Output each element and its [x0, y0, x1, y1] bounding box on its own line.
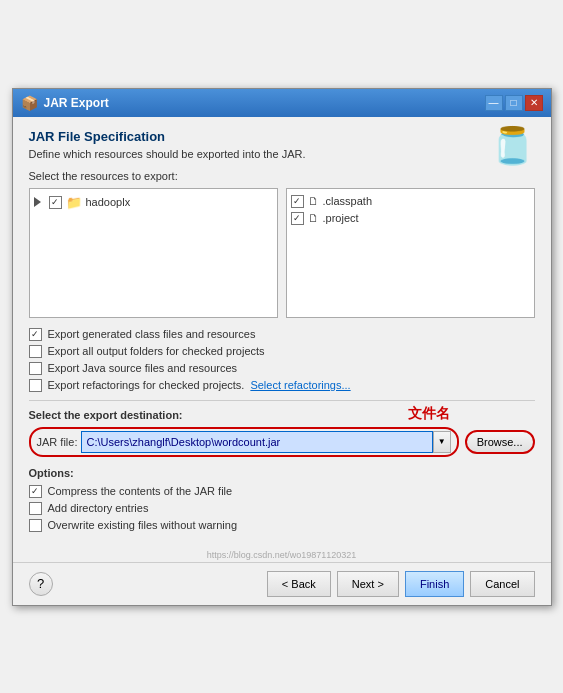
title-bar: 📦 JAR Export — □ ✕ [13, 89, 551, 117]
project-label: .project [323, 212, 359, 224]
export-option-2-row: Export Java source files and resources [29, 362, 535, 375]
option-2-checkbox[interactable] [29, 519, 42, 532]
project-checkbox[interactable] [291, 212, 304, 225]
tree-box[interactable]: 📁 hadooplx [29, 188, 278, 318]
export-option-0-label: Export generated class files and resourc… [48, 328, 256, 340]
jar-file-section: 文件名 JAR file: ▼ Browse... [29, 427, 535, 457]
project-file-icon: 🗋 [308, 212, 319, 224]
footer: ? < Back Next > Finish Cancel [13, 562, 551, 605]
finish-button[interactable]: Finish [405, 571, 464, 597]
file-item-project[interactable]: 🗋 .project [291, 210, 530, 227]
file-list-box[interactable]: 🗋 .classpath 🗋 .project [286, 188, 535, 318]
export-option-1-checkbox[interactable] [29, 345, 42, 358]
option-2-row: Overwrite existing files without warning [29, 519, 535, 532]
window-title: JAR Export [44, 96, 109, 110]
classpath-checkbox[interactable] [291, 195, 304, 208]
tree-item-hadooplx[interactable]: 📁 hadooplx [34, 193, 273, 212]
destination-label: Select the export destination: [29, 409, 535, 421]
export-option-2-label: Export Java source files and resources [48, 362, 238, 374]
section-description: Define which resources should be exporte… [29, 148, 535, 160]
back-button[interactable]: < Back [267, 571, 331, 597]
jar-file-label: JAR file: [37, 436, 78, 448]
window-icon: 📦 [21, 95, 38, 111]
title-bar-left: 📦 JAR Export [21, 95, 109, 111]
minimize-button[interactable]: — [485, 95, 503, 111]
content-area: 🫙 JAR File Specification Define which re… [13, 117, 551, 548]
folder-icon: 📁 [66, 195, 82, 210]
export-option-3-checkbox[interactable] [29, 379, 42, 392]
export-options-section: Export generated class files and resourc… [29, 328, 535, 392]
section-title: JAR File Specification [29, 129, 535, 144]
close-button[interactable]: ✕ [525, 95, 543, 111]
jar-file-dropdown[interactable]: ▼ [433, 431, 451, 453]
export-option-3-label: Export refactorings for checked projects… [48, 379, 245, 391]
help-button[interactable]: ? [29, 572, 53, 596]
watermark: https://blog.csdn.net/wo19871120321 [13, 548, 551, 562]
next-button[interactable]: Next > [337, 571, 399, 597]
option-1-label: Add directory entries [48, 502, 149, 514]
export-option-1-label: Export all output folders for checked pr… [48, 345, 265, 357]
browse-button[interactable]: Browse... [465, 430, 535, 454]
footer-left: ? [29, 572, 53, 596]
jar-file-input-container: JAR file: ▼ [29, 427, 459, 457]
options-section: Options: Compress the contents of the JA… [29, 467, 535, 532]
option-2-label: Overwrite existing files without warning [48, 519, 238, 531]
export-option-1-row: Export all output folders for checked pr… [29, 345, 535, 358]
option-0-row: Compress the contents of the JAR file [29, 485, 535, 498]
option-1-row: Add directory entries [29, 502, 535, 515]
option-0-checkbox[interactable] [29, 485, 42, 498]
resources-panel: 📁 hadooplx 🗋 .classpath 🗋 .project [29, 188, 535, 318]
window: 📦 JAR Export — □ ✕ 🫙 JAR File Specificat… [12, 88, 552, 606]
select-refactorings-link[interactable]: Select refactorings... [250, 379, 350, 391]
file-item-classpath[interactable]: 🗋 .classpath [291, 193, 530, 210]
options-label: Options: [29, 467, 535, 479]
export-option-0-row: Export generated class files and resourc… [29, 328, 535, 341]
footer-right: < Back Next > Finish Cancel [267, 571, 535, 597]
classpath-label: .classpath [323, 195, 373, 207]
export-option-2-checkbox[interactable] [29, 362, 42, 375]
title-bar-controls: — □ ✕ [485, 95, 543, 111]
hadooplx-label: hadooplx [86, 196, 131, 208]
jar-icon: 🫙 [490, 125, 535, 167]
annotation-text: 文件名 [408, 405, 450, 423]
resources-label: Select the resources to export: [29, 170, 535, 182]
export-option-0-checkbox[interactable] [29, 328, 42, 341]
maximize-button[interactable]: □ [505, 95, 523, 111]
jar-file-input[interactable] [81, 431, 432, 453]
expand-arrow-icon [34, 197, 41, 207]
cancel-button[interactable]: Cancel [470, 571, 534, 597]
option-1-checkbox[interactable] [29, 502, 42, 515]
hadooplx-checkbox[interactable] [49, 196, 62, 209]
divider-1 [29, 400, 535, 401]
option-0-label: Compress the contents of the JAR file [48, 485, 233, 497]
classpath-file-icon: 🗋 [308, 195, 319, 207]
export-option-3-row: Export refactorings for checked projects… [29, 379, 535, 392]
